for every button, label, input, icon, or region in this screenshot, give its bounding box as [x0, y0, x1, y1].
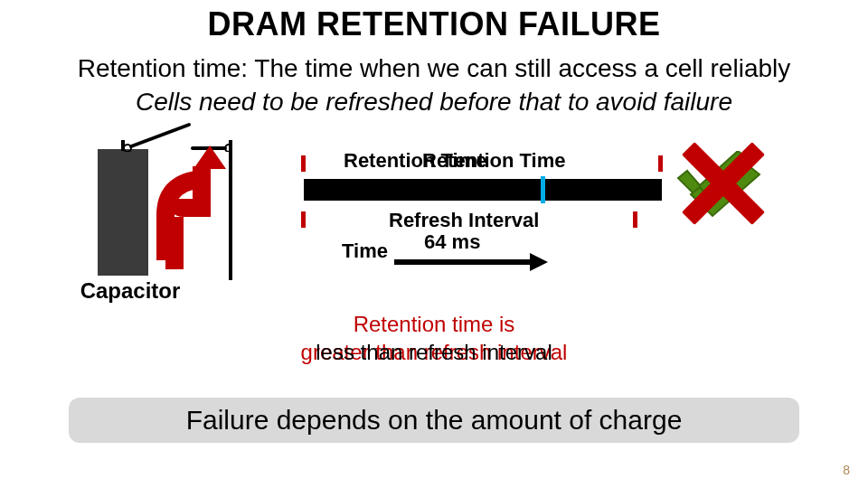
capacitor-label: Capacitor	[76, 278, 184, 304]
wire-segment	[229, 140, 232, 280]
retention-statement-line1: Retention time is	[0, 312, 868, 337]
arrow-up-icon	[193, 145, 226, 169]
capacitor-icon	[98, 149, 148, 276]
tick-mark-icon	[633, 211, 637, 228]
x-mark-icon	[676, 139, 765, 228]
page-number: 8	[843, 463, 850, 477]
retention-statement-overlay: less than refresh interval	[316, 340, 552, 364]
definition-line-2: Cells need to be refreshed before that t…	[0, 88, 868, 117]
timeline-bar	[304, 179, 662, 201]
charge-leak-arrow-icon	[165, 217, 184, 269]
time-axis-label: Time	[342, 239, 388, 263]
definition-line-1: Retention time: The time when we can sti…	[0, 54, 868, 83]
charge-leak-arrow-icon	[193, 166, 211, 217]
slide-title: DRAM RETENTION FAILURE	[0, 5, 868, 43]
tick-mark-icon	[301, 155, 306, 172]
svg-marker-5	[530, 253, 548, 271]
refresh-interval-label: Refresh Interval	[389, 209, 539, 232]
slide: DRAM RETENTION FAILURE Retention time: T…	[0, 0, 868, 488]
tick-mark-icon	[301, 211, 306, 228]
summary-text: Failure depends on the amount of charge	[186, 405, 683, 436]
summary-bar: Failure depends on the amount of charge	[69, 398, 799, 443]
timeline-marker-icon	[541, 176, 545, 203]
retention-time-label-b: Retention Time	[422, 149, 566, 173]
svg-line-1	[131, 125, 189, 146]
retention-statement-line2: greater than refresh interval less than …	[0, 340, 868, 365]
tick-mark-icon	[658, 155, 663, 172]
time-arrow-icon	[394, 251, 548, 273]
